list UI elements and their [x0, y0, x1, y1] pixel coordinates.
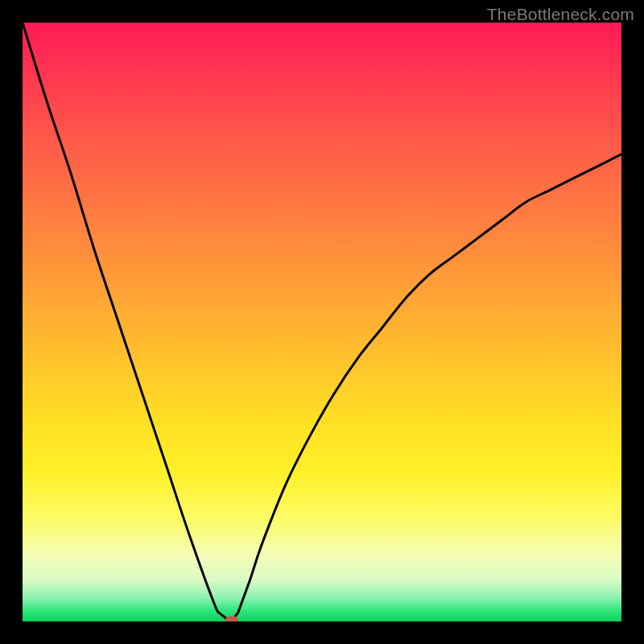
minimum-marker [225, 616, 238, 621]
bottleneck-curve [23, 23, 621, 621]
curve-path [23, 23, 621, 621]
chart-frame: TheBottleneck.com [0, 0, 644, 644]
watermark-text: TheBottleneck.com [487, 5, 634, 24]
plot-area [23, 23, 621, 621]
